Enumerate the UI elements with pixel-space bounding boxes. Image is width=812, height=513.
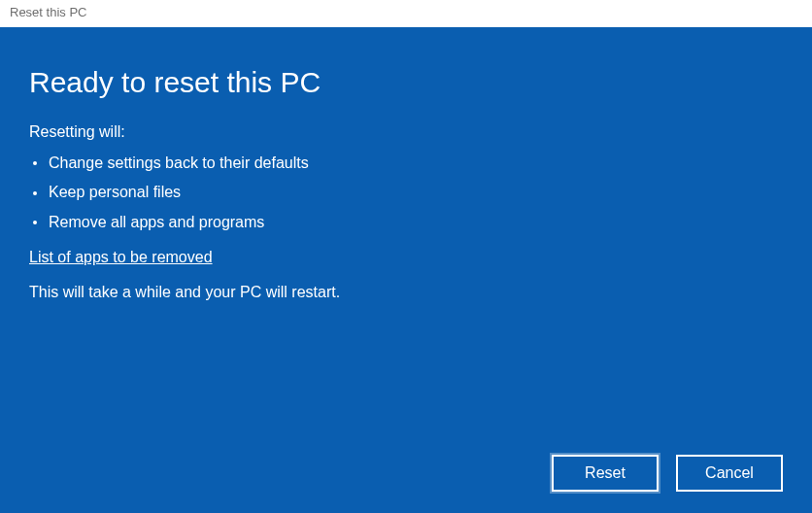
list-item-label: Change settings back to their defaults (49, 149, 309, 178)
list-item: Change settings back to their defaults (29, 149, 783, 178)
window-title: Reset this PC (0, 0, 812, 27)
bullet-list: Change settings back to their defaults K… (29, 149, 783, 237)
button-row: Reset Cancel (552, 455, 783, 492)
cancel-button[interactable]: Cancel (676, 455, 783, 492)
list-item: Keep personal files (29, 178, 783, 207)
main-panel: Ready to reset this PC Resetting will: C… (0, 27, 812, 513)
note-text: This will take a while and your PC will … (29, 284, 783, 301)
apps-removed-link[interactable]: List of apps to be removed (29, 249, 213, 266)
list-item: Remove all apps and programs (29, 208, 783, 237)
list-item-label: Remove all apps and programs (49, 208, 264, 237)
intro-text: Resetting will: (29, 123, 783, 141)
bullet-icon (33, 161, 37, 165)
page-heading: Ready to reset this PC (29, 66, 783, 99)
bullet-icon (33, 221, 37, 224)
reset-button[interactable]: Reset (552, 455, 659, 492)
list-item-label: Keep personal files (49, 178, 181, 207)
bullet-icon (33, 191, 37, 195)
